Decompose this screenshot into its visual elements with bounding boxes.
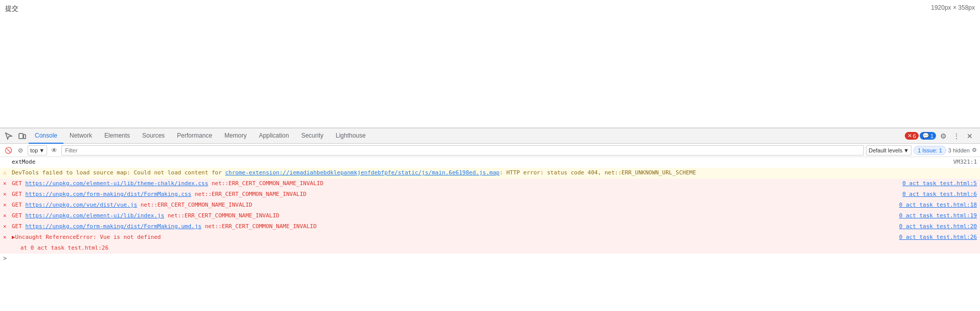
chevron-down-icon-levels: ▼ (903, 147, 909, 153)
issue-count: 1 (939, 147, 942, 153)
error-suffix-5: net::ERR_CERT_COMMON_NAME_INVALID (205, 223, 317, 230)
console-toolbar: 🚫 ⊘ top ▼ 👁 Default levels ▼ 1 Issue: 1 … (0, 144, 980, 157)
console-row-error-6-sub: at 0 act task test.html:26 (0, 243, 980, 254)
get-label: GET (12, 180, 26, 187)
message-count: 1 (930, 133, 933, 139)
error-count: 6 (913, 133, 916, 139)
error-icon-5: ✕ (3, 222, 10, 231)
console-row: extMode VM321:1 (0, 157, 980, 168)
context-selector[interactable]: top ▼ (28, 145, 47, 156)
clear-console-button[interactable]: 🚫 (3, 145, 13, 156)
row-text-error-6: ▶Uncaught ReferenceError: Vue is not def… (12, 233, 895, 242)
log-levels-selector[interactable]: Default levels ▼ (866, 145, 911, 156)
warning-icon: ⚠ (3, 168, 10, 177)
row-text-error-1: GET https://unpkg.com/element-ui/lib/the… (12, 179, 898, 188)
devtools-header: Console Network Elements Sources Perform… (0, 128, 980, 144)
settings-button[interactable]: ⚙ (937, 130, 949, 142)
error-link-1[interactable]: https://unpkg.com/element-ui/lib/theme-c… (26, 180, 209, 187)
prompt-symbol: > (3, 255, 7, 262)
row-text-error-3: GET https://unpkg.com/vue/dist/vue.js ne… (12, 201, 895, 210)
row-source-3[interactable]: 0 act task test.html:18 (899, 201, 977, 210)
device-toggle-button[interactable] (15, 129, 29, 143)
context-label: top (30, 147, 38, 153)
levels-label: Default levels (868, 147, 902, 153)
more-options-button[interactable]: ⋮ (950, 130, 963, 142)
hidden-count-label: 3 hidden (948, 147, 970, 153)
error-link-3[interactable]: https://unpkg.com/vue/dist/vue.js (26, 202, 138, 208)
console-prompt-row: > (0, 254, 980, 263)
filter-input[interactable] (61, 145, 864, 156)
chevron-down-icon: ▼ (39, 147, 44, 153)
browser-viewport: 提交 1920px × 358px (0, 0, 980, 128)
source-map-link[interactable]: chrome-extension://iemadiahbebdklepanmkj… (225, 169, 499, 176)
devtools-panel: Console Network Elements Sources Perform… (0, 128, 980, 311)
tab-security[interactable]: Security (295, 128, 329, 144)
error-icon-6: ✕ (3, 233, 10, 242)
console-row-error-5: ✕ GET https://unpkg.com/form-making/dist… (0, 221, 980, 232)
get-label-5: GET (12, 223, 26, 230)
tab-lighthouse[interactable]: Lighthouse (329, 128, 372, 144)
row-source-4[interactable]: 0 act task test.html:19 (899, 211, 977, 220)
tab-sources[interactable]: Sources (136, 128, 171, 144)
hidden-count: 3 hidden ⚙ (948, 147, 977, 153)
issues-label: 1 Issue: (918, 147, 938, 153)
row-text: extMode (12, 158, 949, 167)
message-icon: 💬 (922, 132, 929, 139)
row-text-error-4: GET https://unpkg.com/element-ui/lib/ind… (12, 211, 895, 220)
row-text-error-6-sub: at 0 act task test.html:26 (10, 243, 977, 253)
error-suffix-2: net::ERR_CERT_COMMON_NAME_INVALID (195, 191, 307, 197)
tab-elements[interactable]: Elements (98, 128, 136, 144)
console-row-error-6: ✕ ▶Uncaught ReferenceError: Vue is not d… (0, 232, 980, 243)
close-devtools-button[interactable]: ✕ (964, 130, 976, 142)
error-link-4[interactable]: https://unpkg.com/element-ui/lib/index.j… (26, 212, 165, 219)
devtools-actions: ✕ 6 💬 1 ⚙ ⋮ ✕ (905, 130, 978, 142)
error-suffix-3: net::ERR_CERT_COMMON_NAME_INVALID (141, 202, 253, 208)
row-text-error-5: GET https://unpkg.com/form-making/dist/F… (12, 222, 895, 231)
error-icon: ✕ (907, 132, 912, 139)
row-text-warning: DevTools failed to load source map: Coul… (12, 168, 977, 177)
tab-network[interactable]: Network (63, 128, 98, 144)
get-label-2: GET (12, 191, 26, 197)
page-label: 提交 (5, 4, 18, 13)
console-row-error-1: ✕ GET https://unpkg.com/element-ui/lib/t… (0, 179, 980, 189)
tab-console[interactable]: Console (29, 128, 63, 144)
console-row-error-4: ✕ GET https://unpkg.com/element-ui/lib/i… (0, 211, 980, 221)
inspect-element-button[interactable] (2, 129, 15, 143)
error-link-5[interactable]: https://unpkg.com/form-making/dist/FormM… (26, 223, 202, 230)
error-icon-4: ✕ (3, 211, 10, 220)
svg-rect-1 (24, 135, 26, 139)
row-source-1[interactable]: 0 act task test.html:5 (902, 179, 977, 188)
eye-button[interactable]: 👁 (49, 145, 59, 156)
console-row-error-2: ✕ GET https://unpkg.com/form-making/dist… (0, 189, 980, 200)
error-link-2[interactable]: https://unpkg.com/form-making/dist/FormM… (26, 191, 192, 197)
console-row-warning: ⚠ DevTools failed to load source map: Co… (0, 168, 980, 179)
issues-badge[interactable]: 1 Issue: 1 (914, 146, 946, 155)
tab-memory[interactable]: Memory (218, 128, 253, 144)
console-input[interactable] (9, 255, 977, 262)
row-source-2[interactable]: 0 act task test.html:6 (902, 190, 977, 199)
row-text-error-2: GET https://unpkg.com/form-making/dist/F… (12, 190, 898, 199)
console-row-error-3: ✕ GET https://unpkg.com/vue/dist/vue.js … (0, 200, 980, 211)
svg-rect-0 (19, 134, 23, 139)
error-icon-1: ✕ (3, 179, 10, 188)
error-suffix-4: net::ERR_CERT_COMMON_NAME_INVALID (168, 212, 280, 219)
preserve-log-button[interactable]: ⊘ (15, 145, 26, 156)
error-suffix-1: net::ERR_CERT_COMMON_NAME_INVALID (212, 180, 324, 187)
error-icon-3: ✕ (3, 201, 10, 210)
error-count-badge[interactable]: ✕ 6 (905, 132, 919, 140)
error-icon-2: ✕ (3, 190, 10, 199)
row-source[interactable]: VM321:1 (953, 158, 977, 167)
get-label-4: GET (12, 212, 26, 219)
message-count-badge[interactable]: 💬 1 (920, 132, 936, 140)
get-label-3: GET (12, 202, 26, 208)
devtools-tabs: Console Network Elements Sources Perform… (29, 128, 905, 144)
tab-application[interactable]: Application (253, 128, 295, 144)
tab-performance[interactable]: Performance (171, 128, 218, 144)
console-output[interactable]: extMode VM321:1 ⚠ DevTools failed to loa… (0, 157, 980, 311)
dimension-display: 1920px × 358px (931, 4, 975, 11)
row-source-5[interactable]: 0 act task test.html:20 (899, 222, 977, 231)
settings-icon-small[interactable]: ⚙ (972, 147, 977, 153)
row-source-6[interactable]: 0 act task test.html:26 (899, 233, 977, 242)
